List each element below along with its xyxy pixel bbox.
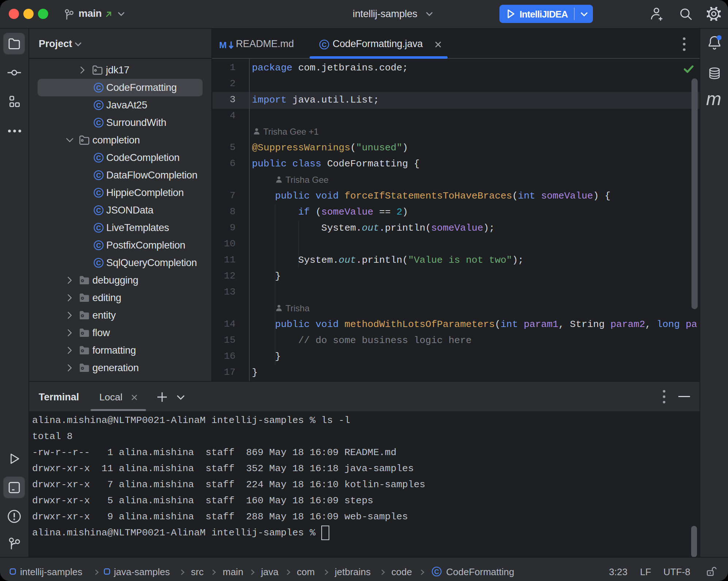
svg-text:C: C — [434, 568, 439, 576]
svg-text:C: C — [96, 224, 101, 232]
svg-text:C: C — [96, 207, 101, 214]
svg-text:C: C — [96, 259, 101, 267]
svg-text:C: C — [96, 119, 101, 127]
svg-text:C: C — [96, 154, 101, 162]
svg-text:C: C — [96, 101, 101, 109]
svg-text:C: C — [322, 41, 326, 49]
svg-text:M: M — [219, 40, 227, 50]
svg-text:C: C — [96, 242, 101, 249]
svg-text:C: C — [96, 189, 101, 197]
svg-text:C: C — [96, 84, 101, 92]
svg-text:C: C — [96, 172, 101, 179]
